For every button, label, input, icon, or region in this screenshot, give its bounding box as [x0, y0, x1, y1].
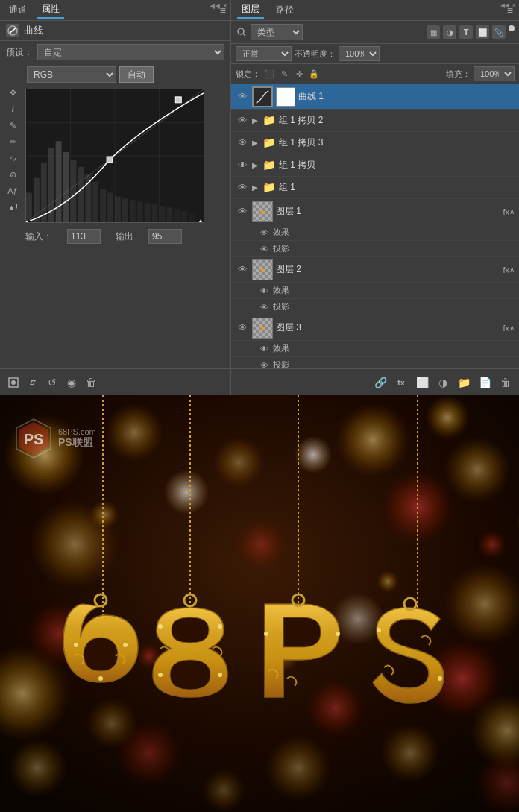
lock-art-icon[interactable]: ✛: [293, 68, 305, 80]
delete-layer-icon[interactable]: 🗑: [498, 375, 513, 390]
sublayer-effect3[interactable]: 👁 效果: [231, 341, 519, 357]
eyedropper-icon[interactable]: 𝒊: [6, 102, 19, 116]
add-point-icon[interactable]: ✎: [6, 119, 19, 132]
eye-icon-shadow3[interactable]: 👁: [258, 359, 270, 369]
filter-text-icon[interactable]: T: [459, 25, 473, 39]
eye-icon-group1copy3[interactable]: 👁: [236, 136, 249, 150]
expand-arrow-layer1[interactable]: ∧: [509, 207, 515, 215]
folder-icon-group1: 📁: [262, 181, 276, 195]
expand-arrow-layer2[interactable]: ∧: [509, 265, 515, 274]
sublayer-shadow1[interactable]: 👁 投影: [231, 241, 519, 257]
collapse-btn[interactable]: ◀◀: [210, 2, 220, 10]
opacity-select[interactable]: 100%: [339, 46, 380, 61]
sublayer-shadow3[interactable]: 👁 投影: [231, 357, 519, 368]
eye-icon-group1[interactable]: 👁: [236, 181, 249, 195]
eye-icon-group1copy2[interactable]: 👁: [236, 114, 249, 128]
hand-tool-icon[interactable]: ✥: [6, 86, 19, 99]
channel-select[interactable]: RGB: [27, 66, 116, 83]
lock-all-icon[interactable]: 🔒: [308, 68, 320, 80]
new-layer-icon[interactable]: 📄: [477, 375, 492, 390]
eye-icon-shadow1[interactable]: 👁: [258, 243, 270, 255]
layer-item-group1copy[interactable]: 👁 ▶ 📁 组 1 拷贝: [231, 154, 519, 177]
eye-icon-effect2[interactable]: 👁: [258, 285, 270, 297]
reset-icon[interactable]: ↺: [45, 375, 60, 390]
visibility-icon[interactable]: ◉: [64, 375, 79, 390]
tab-properties[interactable]: 属性: [37, 1, 64, 19]
link-layers-icon[interactable]: 🔗: [373, 375, 388, 390]
sublayer-shadow2[interactable]: 👁 投影: [231, 299, 519, 315]
add-group-icon[interactable]: 📁: [456, 375, 471, 390]
eye-icon-layer1[interactable]: 👁: [236, 205, 249, 218]
filter-smart-icon[interactable]: 📎: [492, 25, 506, 39]
smooth-icon[interactable]: ∿: [6, 151, 19, 165]
layer-item-group1copy2[interactable]: 👁 ▶ 📁 组 1 拷贝 2: [231, 110, 519, 132]
eyedropper2-icon[interactable]: ⊘: [6, 168, 19, 181]
preset-row: 预设： 自定: [0, 41, 230, 63]
curves-graph[interactable]: [25, 89, 204, 223]
filter-image-icon[interactable]: ▦: [427, 25, 440, 39]
auto-button[interactable]: 自动: [119, 66, 154, 83]
svg-point-62: [89, 500, 119, 529]
input-label: 输入：: [25, 230, 52, 243]
tab-paths[interactable]: 路径: [271, 2, 298, 18]
preset-select[interactable]: 自定: [37, 44, 224, 60]
eye-icon-group1copy[interactable]: 👁: [236, 159, 249, 172]
layers-list: 👁 曲线 1 👁 ▶ 📁 组 1 拷贝 2 👁: [231, 84, 519, 368]
lock-position-icon[interactable]: ✎: [278, 68, 290, 80]
layer-type-filter[interactable]: 类型: [251, 24, 303, 40]
svg-point-37: [238, 28, 244, 34]
pencil-icon[interactable]: ✏: [6, 135, 19, 148]
layers-search-row: 类型 ▦ ◑ T ⬜ 📎: [231, 21, 519, 44]
input-value[interactable]: [67, 229, 101, 244]
svg-point-89: [201, 768, 246, 812]
link-icon[interactable]: [25, 375, 40, 390]
layer-item-group1copy3[interactable]: 👁 ▶ 📁 组 1 拷贝 3: [231, 132, 519, 154]
svg-rect-20: [115, 196, 121, 222]
add-fx-icon[interactable]: fx: [394, 375, 409, 390]
sublayer-effect1[interactable]: 👁 效果: [231, 224, 519, 241]
eye-icon-layer2[interactable]: 👁: [236, 263, 249, 277]
layer-item-group1[interactable]: 👁 ▶ 📁 组 1: [231, 177, 519, 199]
histogram-icon[interactable]: ▲!: [6, 201, 19, 214]
filter-adjust-icon[interactable]: ◑: [443, 25, 456, 39]
image-preview: PS 68PS.com PS联盟: [0, 395, 519, 812]
layer-item-layer2[interactable]: 👁 ★ 图层 2 fx ∧: [231, 257, 519, 283]
eye-icon-layer3[interactable]: 👁: [236, 321, 249, 335]
eye-icon-effect1[interactable]: 👁: [258, 227, 270, 239]
text-icon[interactable]: Aƒ: [6, 184, 19, 198]
rgb-row: RGB 自动: [0, 63, 230, 86]
right-collapse-btn[interactable]: ◀◀: [500, 2, 509, 9]
expand-arrow-layer3[interactable]: ∧: [509, 324, 515, 332]
layer-item-layer3[interactable]: 👁 ★ 图层 3 fx ∧: [231, 315, 519, 341]
fill-select[interactable]: 100%: [474, 66, 515, 81]
sublayer-effect2[interactable]: 👁 效果: [231, 283, 519, 299]
tab-channel[interactable]: 通道: [4, 2, 31, 18]
right-close-btn[interactable]: ✕: [512, 2, 517, 9]
svg-rect-13: [63, 152, 69, 222]
eye-icon-effect3[interactable]: 👁: [258, 343, 270, 355]
folder-icon-group1copy: 📁: [262, 159, 276, 172]
eye-icon-curves1[interactable]: 👁: [236, 90, 249, 104]
svg-point-52: [380, 723, 440, 783]
lock-pixels-icon[interactable]: ⬛: [263, 68, 275, 80]
output-value[interactable]: [148, 229, 182, 244]
svg-line-38: [243, 34, 245, 36]
layer-item-layer1[interactable]: 👁 ★ 图层 1 fx ∧: [231, 199, 519, 224]
expand-btn[interactable]: ✕: [222, 2, 228, 10]
layer-item-curves1[interactable]: 👁 曲线 1: [231, 84, 519, 110]
fx-badge-layer3: fx: [503, 324, 509, 333]
mask-icon[interactable]: [6, 375, 21, 390]
blend-mode-select[interactable]: 正常: [236, 46, 292, 61]
add-mask-icon[interactable]: ⬜: [415, 375, 430, 390]
filter-icons: ▦ ◑ T ⬜ 📎: [427, 25, 515, 39]
svg-rect-32: [175, 97, 181, 103]
tab-layers[interactable]: 图层: [237, 1, 264, 19]
filter-toggle-dot[interactable]: [509, 25, 515, 31]
eye-icon-shadow2[interactable]: 👁: [258, 301, 270, 313]
svg-point-51: [265, 734, 332, 802]
ps-logo: PS: [15, 418, 52, 459]
svg-point-78: [218, 624, 222, 629]
filter-shape-icon[interactable]: ⬜: [476, 25, 489, 39]
add-adjustment-icon[interactable]: ◑: [435, 375, 450, 390]
delete-icon[interactable]: 🗑: [84, 375, 98, 390]
